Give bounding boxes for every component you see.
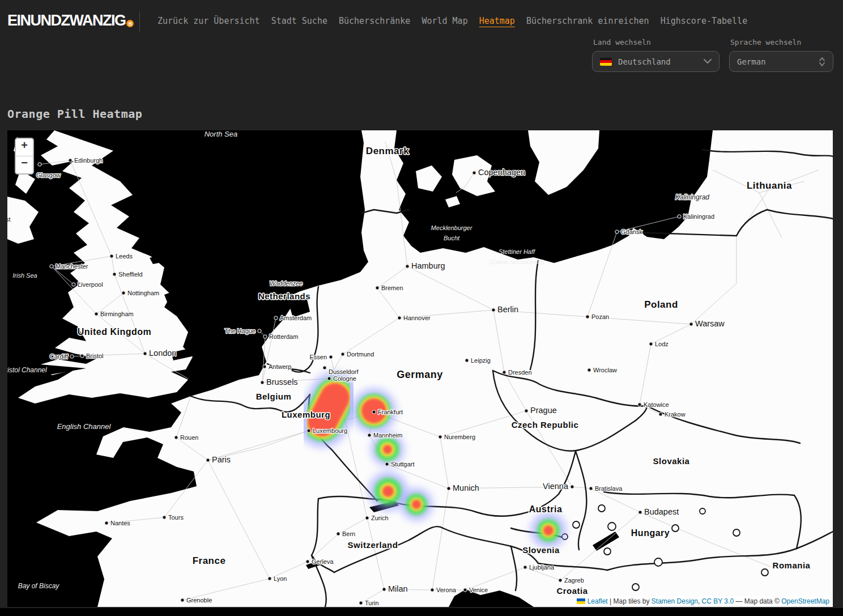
city-label: Krakow xyxy=(665,411,686,418)
nav-divider xyxy=(139,11,140,32)
city-dot xyxy=(69,159,72,162)
city-dot xyxy=(525,409,528,413)
city-label: Manchester xyxy=(56,263,88,270)
chevron-up-down-icon xyxy=(819,57,825,67)
city-label: Leipzig xyxy=(471,357,491,364)
city-dot xyxy=(376,286,379,290)
country-label: Switzerland xyxy=(348,540,398,550)
page-title: Orange Pill Heatmap xyxy=(7,107,142,121)
map-canvas[interactable]: North SeaIrish SeaBristol ChannelEnglish… xyxy=(7,130,833,607)
city-label: Frankfurt xyxy=(378,409,403,415)
country-select-value: Deutschland xyxy=(618,57,671,66)
language-select-label: Sprache wechseln xyxy=(730,38,833,46)
city-dot xyxy=(337,532,340,536)
city-label: Rotterdam xyxy=(269,333,298,340)
nav-item-einreichen[interactable]: Bücherschrank einreichen xyxy=(526,16,649,26)
city-label: Milan xyxy=(388,584,408,593)
city-dot xyxy=(587,368,591,372)
city-dot xyxy=(385,462,389,466)
city-label: Copenhagen xyxy=(478,168,525,177)
city-label: Bremen xyxy=(381,284,403,291)
sea-label: North Sea xyxy=(205,130,238,138)
city-dot xyxy=(472,171,476,175)
city-dot xyxy=(523,566,527,569)
nav-item-uebersicht[interactable]: Zurück zur Übersicht xyxy=(157,16,260,26)
city-dot xyxy=(110,254,113,258)
city-dot xyxy=(122,291,125,295)
city-dot xyxy=(181,598,184,602)
city-dot xyxy=(503,371,506,374)
city-dot xyxy=(306,560,309,563)
city-label: Dusseldorf xyxy=(329,368,359,375)
city-dot xyxy=(638,403,641,406)
city-label: Budapest xyxy=(644,507,679,516)
city-label: Grenoble xyxy=(186,597,212,604)
nav-item-world-map[interactable]: World Map xyxy=(422,16,467,26)
country-label: France xyxy=(193,555,226,566)
city-dot xyxy=(163,516,166,519)
city-label: The Hague xyxy=(225,328,256,334)
city-label: Dresden xyxy=(508,369,532,376)
city-dot xyxy=(431,588,434,592)
city-label: Munich xyxy=(453,483,479,492)
city-dot xyxy=(615,230,619,233)
city-label: Bern xyxy=(342,530,355,537)
zoom-out-button[interactable]: − xyxy=(16,156,33,173)
city-label: Mannheim xyxy=(373,432,402,439)
city-dot xyxy=(105,521,108,525)
city-label: Nantes xyxy=(110,520,130,526)
city-label: Stuttgart xyxy=(391,461,415,468)
city-label: Amsterdam xyxy=(280,315,312,321)
city-dot xyxy=(143,352,147,355)
city-label: Hannover xyxy=(403,315,431,321)
heatmap-map[interactable]: North SeaIrish SeaBristol ChannelEnglish… xyxy=(7,130,833,607)
bitcoin-icon: B xyxy=(126,20,134,27)
city-dot xyxy=(80,354,84,358)
sea-label: English Channel xyxy=(57,422,112,431)
leaflet-link[interactable]: Leaflet xyxy=(587,597,608,605)
city-label: Antwerp xyxy=(269,363,291,370)
city-label: Nuremberg xyxy=(444,434,475,440)
map-controls: Land wechseln Deutschland Sprache wechse… xyxy=(592,38,833,72)
openstreetmap-link[interactable]: OpenStreetMap xyxy=(781,597,829,605)
city-dot xyxy=(465,359,469,362)
language-select-group: Sprache wechseln German xyxy=(729,38,833,72)
sea-label: Waddenzee xyxy=(270,280,303,287)
attribution-separator: | xyxy=(608,597,614,605)
country-label: Poland xyxy=(644,299,678,310)
cc-license-link[interactable]: CC BY 3.0 xyxy=(702,597,734,605)
chevron-down-icon xyxy=(704,59,712,64)
city-dot xyxy=(659,413,662,416)
city-label: Wroclaw xyxy=(593,367,617,373)
city-label: Nottingham xyxy=(127,290,159,296)
city-label: Cardiff xyxy=(50,353,69,360)
country-label: Luxemburg xyxy=(282,410,330,419)
city-label: Luxembourg xyxy=(313,427,347,434)
nav-item-buecherschraenke[interactable]: Bücherschränke xyxy=(339,16,410,26)
city-label: Edinburgh xyxy=(74,157,103,164)
country-select[interactable]: Deutschland xyxy=(592,51,719,72)
country-label: Netherlands xyxy=(258,291,310,301)
country-label: Romania xyxy=(773,560,811,570)
app-logo[interactable]: EINUNDZWANZIG B xyxy=(7,12,134,28)
language-select[interactable]: German xyxy=(729,51,833,72)
zoom-in-button[interactable]: + xyxy=(16,139,33,156)
city-dot xyxy=(589,487,593,490)
nav-item-heatmap[interactable]: Heatmap xyxy=(479,16,515,26)
city-dot xyxy=(341,352,344,356)
city-label: Essen xyxy=(309,354,327,360)
city-dot xyxy=(38,163,41,166)
country-label: United Kingdom xyxy=(78,327,152,337)
city-label: Glasgow xyxy=(36,172,61,179)
city-label: Rouen xyxy=(180,434,198,441)
country-label: Slovakia xyxy=(653,456,690,466)
city-label: Pozan xyxy=(591,313,609,320)
nav-item-highscore[interactable]: Highscore-Tabelle xyxy=(661,16,748,26)
stamen-link[interactable]: Stamen Design xyxy=(652,597,698,605)
city-dot xyxy=(70,355,74,358)
city-dot xyxy=(438,435,442,439)
city-dot xyxy=(95,312,98,316)
city-label: Venice xyxy=(469,587,488,593)
nav-item-stadt-suche[interactable]: Stadt Suche xyxy=(271,16,327,26)
city-label: Brussels xyxy=(266,377,298,386)
